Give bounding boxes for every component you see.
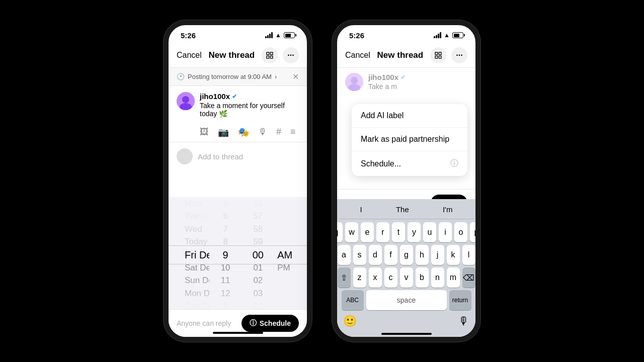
key-v[interactable]: v [400,267,413,288]
key-z[interactable]: z [353,267,366,288]
key-n[interactable]: n [431,267,444,288]
dropdown-menu: Add AI label Mark as paid partnership Sc… [352,104,467,176]
picker-ampm-item [274,287,307,300]
key-f[interactable]: f [384,245,397,265]
picker-min-item: 01 [242,261,275,275]
suggestion-im[interactable]: I'm [439,203,457,216]
abc-key[interactable]: ABC [342,290,364,310]
key-r[interactable]: r [376,222,389,242]
key-k[interactable]: k [447,245,460,265]
phone-1: 5:26 ▲ Cancel New thread [164,20,312,342]
day-column[interactable]: Mon Tue Dec 10 Wed Today Fri Dec 13 Sat … [169,197,209,313]
return-key[interactable]: return [449,290,471,310]
dropdown-add-ai-label[interactable]: Add AI label [352,104,467,128]
key-q[interactable]: q [332,222,343,242]
shift-key[interactable]: ⇧ [338,267,351,288]
hashtag-icon[interactable]: # [276,127,281,138]
thread-body-2: Take a m [368,82,467,90]
thread-post: jiho100x ✔ Take a moment for yourself to… [169,86,307,124]
key-g[interactable]: g [400,245,413,265]
picker-ampm-item [274,210,307,223]
key-w[interactable]: w [345,222,358,242]
schedule-btn-icon: ⓘ [250,319,257,328]
schedule-button[interactable]: ⓘ Schedule [242,315,299,332]
key-p[interactable]: p [470,222,480,242]
wifi-icon: ▲ [275,32,281,39]
nav-title-2: New thread [377,50,424,60]
status-time-2: 5:26 [349,31,364,40]
date-picker[interactable]: Mon Tue Dec 10 Wed Today Fri Dec 13 Sat … [169,197,307,313]
svg-rect-8 [439,52,441,55]
minute-column[interactable]: 54 57 58 59 00 01 02 03 04 [242,197,275,313]
thread-text: jiho100x ✔ Take a moment for yourself to… [200,92,299,118]
nav-icons-1: ··· [262,47,299,63]
key-h[interactable]: h [416,245,429,265]
nav-icons-2: ··· [430,47,467,63]
avatar-1 [177,92,195,110]
signal-icon [265,32,273,38]
delete-key[interactable]: ⌫ [462,267,475,288]
suggestion-i[interactable]: I [356,203,366,216]
key-e[interactable]: e [361,222,374,242]
wifi-icon-2: ▲ [444,32,450,39]
emoji-icon[interactable]: 🙂 [339,313,361,330]
key-l[interactable]: l [462,245,475,265]
picker-min-selected: 00 [242,248,275,261]
picker-day-item: Sat Dec 14 [177,261,209,275]
nav-title-1: New thread [209,50,255,60]
space-key[interactable]: space [366,290,447,310]
home-indicator-2 [381,333,432,335]
key-i[interactable]: i [439,222,452,242]
more-options-icon-2[interactable]: ··· [451,47,467,63]
mic-key-icon[interactable]: 🎙 [454,313,473,330]
picker-day-item: Today [177,236,209,249]
schedule-banner[interactable]: 🕐 Posting tomorrow at 9:00 AM › ✕ [169,68,307,86]
key-x[interactable]: x [369,267,382,288]
picker-min-item: 03 [242,287,275,300]
image-icon[interactable]: 🖼 [200,127,209,138]
picker-min-item: 54 [242,197,275,210]
cancel-button-1[interactable]: Cancel [177,51,202,60]
dropdown-schedule[interactable]: Schedule... ⓘ [352,151,467,176]
picker-hour-item: 8 [209,236,242,249]
thread-actions: 🖼 📷 🎭 🎙 # ≡ [169,124,307,142]
key-m[interactable]: m [447,267,460,288]
key-s[interactable]: s [353,245,366,265]
key-d[interactable]: d [369,245,382,265]
key-t[interactable]: t [392,222,405,242]
battery-icon-2 [452,32,463,38]
dropdown-mark-paid-partnership[interactable]: Mark as paid partnership [352,128,467,151]
key-u[interactable]: u [423,222,436,242]
svg-rect-3 [270,56,273,58]
picker-day-selected: Fri Dec 13 [177,248,209,261]
key-a[interactable]: a [338,245,351,265]
more-options-icon[interactable]: ··· [283,47,299,63]
key-j[interactable]: j [431,245,444,265]
picker-ampm-selected: AM [274,248,307,261]
mic-icon[interactable]: 🎙 [258,127,267,138]
picker-hour-item: 6 [209,210,242,223]
cancel-button-2[interactable]: Cancel [345,51,370,60]
picker-columns: Mon Tue Dec 10 Wed Today Fri Dec 13 Sat … [169,197,307,313]
key-y[interactable]: y [408,222,421,242]
layers-icon[interactable] [262,47,278,63]
ampm-column[interactable]: AM PM [274,197,307,313]
gif-icon[interactable]: 🎭 [238,127,249,138]
picker-ampm-item [274,197,307,210]
suggestion-the[interactable]: The [392,203,413,216]
key-c[interactable]: c [384,267,397,288]
hour-column[interactable]: 5 6 7 8 9 10 11 12 1 [209,197,242,313]
close-banner-icon[interactable]: ✕ [292,72,299,81]
key-o[interactable]: o [454,222,467,242]
picker-min-item: 57 [242,210,275,223]
layers-icon-2[interactable] [430,47,446,63]
add-to-thread-row[interactable]: Add to thread [169,142,307,170]
picker-ampm-item [274,223,307,236]
format-icon[interactable]: ≡ [290,127,296,138]
schedule-banner-label: Posting tomorrow at 9:00 AM [188,73,272,80]
picker-hour-item: 5 [209,197,242,210]
picker-hour-item: 11 [209,274,242,287]
key-b[interactable]: b [416,267,429,288]
camera-icon[interactable]: 📷 [218,127,229,138]
thread-text-2: jiho100x ✔ Take a m [368,73,467,91]
